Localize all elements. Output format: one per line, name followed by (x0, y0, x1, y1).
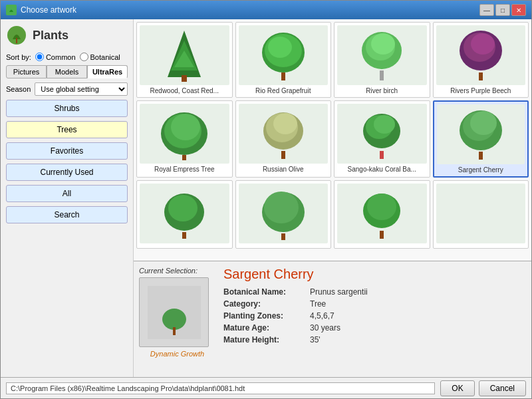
plant-name-rivers-purple: Rivers Purple Beech (436, 87, 526, 94)
svg-point-33 (470, 111, 497, 135)
plant-thumb-russian-olive (239, 104, 329, 164)
height-value: 35' (310, 335, 321, 344)
svg-rect-22 (182, 155, 186, 160)
nav-all[interactable]: All (6, 185, 128, 202)
tab-ultrares[interactable]: UltraRes (87, 65, 128, 78)
plant-thumb-river-birch (337, 25, 427, 85)
svg-rect-30 (380, 151, 384, 159)
maximize-button[interactable]: □ (495, 4, 510, 16)
detail-plant-name: Sargent Cherry (223, 267, 526, 282)
detail-preview: Current Selection: Dynamic Growth (139, 267, 215, 372)
svg-rect-18 (479, 72, 483, 80)
plant-name-rio-red: Rio Red Grapefruit (239, 87, 329, 94)
cancel-button[interactable]: Cancel (479, 380, 526, 396)
plant-cell-royal-empress[interactable]: Royal Empress Tree (136, 100, 233, 178)
plant-name-redwood: Redwood, Coast Red... (140, 87, 229, 94)
plant-thumb-rivers-purple (436, 25, 526, 85)
age-label: Mature Age: (223, 323, 310, 332)
tab-pictures[interactable]: Pictures (6, 65, 47, 78)
svg-rect-10 (281, 72, 285, 80)
svg-point-9 (268, 37, 292, 58)
plant-name-river-birch: River birch (337, 87, 427, 94)
botanical-row: Botanical Name: Prunus sargentii (223, 287, 526, 297)
plant-cell-p11[interactable] (334, 180, 430, 249)
season-select[interactable]: Use global setting (35, 82, 128, 96)
plant-thumb-sango-kaku (337, 104, 427, 164)
plant-thumb-sargent-cherry (437, 104, 525, 164)
plant-thumb-p12 (436, 184, 526, 243)
window-icon (6, 5, 17, 15)
detail-info: Sargent Cherry Botanical Name: Prunus sa… (223, 267, 526, 372)
file-path: C:\Program Files (x86)\Realtime Landscap… (6, 382, 435, 394)
svg-rect-26 (281, 151, 285, 159)
content-area: Plants Sort by: Common Botanical Picture… (1, 19, 531, 377)
plant-cell-river-birch[interactable]: River birch (334, 22, 430, 98)
svg-rect-34 (479, 152, 483, 160)
nav-currently-used[interactable]: Currently Used (6, 164, 128, 181)
svg-rect-2 (16, 38, 17, 43)
zones-row: Planting Zones: 4,5,6,7 (223, 311, 526, 321)
plants-title: Plants (33, 29, 68, 43)
season-row: Season Use global setting (6, 82, 128, 96)
svg-rect-37 (182, 232, 186, 239)
plant-grid: Redwood, Coast Red... Rio Red Grapefruit (136, 22, 529, 249)
svg-point-42 (367, 194, 396, 220)
bottom-buttons: OK Cancel (440, 380, 526, 396)
tab-models[interactable]: Models (47, 65, 87, 78)
plant-thumb-royal-empress (140, 104, 229, 164)
title-bar-buttons: — □ ✕ (479, 4, 526, 16)
category-value: Tree (310, 299, 326, 309)
plant-name-russian-olive: Russian Olive (239, 166, 329, 173)
plant-cell-rio-red[interactable]: Rio Red Grapefruit (235, 22, 332, 98)
title-bar-left: Choose artwork (6, 5, 76, 15)
height-row: Mature Height: 35' (223, 335, 526, 344)
plant-cell-rivers-purple[interactable]: Rivers Purple Beech (433, 22, 529, 98)
svg-point-17 (471, 33, 495, 55)
svg-point-25 (273, 113, 297, 134)
botanical-label: Botanical Name: (223, 287, 310, 297)
radio-common[interactable]: Common (35, 53, 76, 61)
plant-cell-russian-olive[interactable]: Russian Olive (235, 100, 332, 178)
plants-header: Plants (6, 25, 128, 46)
nav-shrubs[interactable]: Shrubs (6, 100, 128, 117)
right-panel: Redwood, Coast Red... Rio Red Grapefruit (134, 19, 531, 377)
plant-cell-redwood[interactable]: Redwood, Coast Red... (136, 22, 233, 98)
nav-favorites[interactable]: Favorites (6, 142, 128, 160)
bottom-bar: C:\Program Files (x86)\Realtime Landscap… (1, 377, 531, 398)
sortby-label: Sort by: (6, 53, 31, 61)
plant-grid-area[interactable]: Redwood, Coast Red... Rio Red Grapefruit (134, 19, 531, 261)
plant-cell-p9[interactable] (136, 180, 233, 249)
plant-name-sargent-cherry: Sargent Cherry (437, 166, 525, 174)
svg-rect-14 (380, 70, 384, 80)
plant-cell-p10[interactable] (235, 180, 332, 249)
plant-thumb-p9 (140, 184, 229, 243)
minimize-button[interactable]: — (479, 4, 494, 16)
nav-search[interactable]: Search (6, 206, 128, 223)
svg-point-39 (264, 192, 299, 223)
plant-cell-sargent-cherry[interactable]: Sargent Cherry (433, 100, 529, 178)
zones-label: Planting Zones: (223, 311, 310, 321)
botanical-value: Prunus sargentii (310, 287, 368, 297)
plant-thumb-p10 (239, 184, 329, 243)
title-bar: Choose artwork — □ ✕ (1, 1, 531, 19)
plant-name-sango-kaku: Sango-kaku Coral Ba... (337, 166, 427, 173)
nav-trees[interactable]: Trees (6, 121, 128, 138)
plant-thumb-rio-red (239, 25, 329, 85)
plant-cell-p12[interactable] (433, 180, 529, 249)
svg-point-13 (371, 33, 395, 55)
plant-thumb-redwood (140, 25, 229, 85)
svg-rect-40 (281, 233, 285, 240)
current-selection-label: Current Selection: (139, 267, 215, 275)
radio-botanical[interactable]: Botanical (80, 53, 120, 61)
plant-cell-sango-kaku[interactable]: Sango-kaku Coral Ba... (334, 100, 430, 178)
plant-thumb-p11 (337, 184, 427, 243)
svg-point-45 (162, 309, 186, 330)
age-row: Mature Age: 30 years (223, 323, 526, 332)
svg-rect-46 (173, 327, 176, 335)
close-button[interactable]: ✕ (511, 4, 526, 16)
detail-image-box (139, 277, 209, 347)
height-label: Mature Height: (223, 335, 310, 344)
svg-rect-43 (380, 231, 384, 239)
ok-button[interactable]: OK (440, 380, 474, 396)
svg-point-29 (374, 115, 395, 134)
